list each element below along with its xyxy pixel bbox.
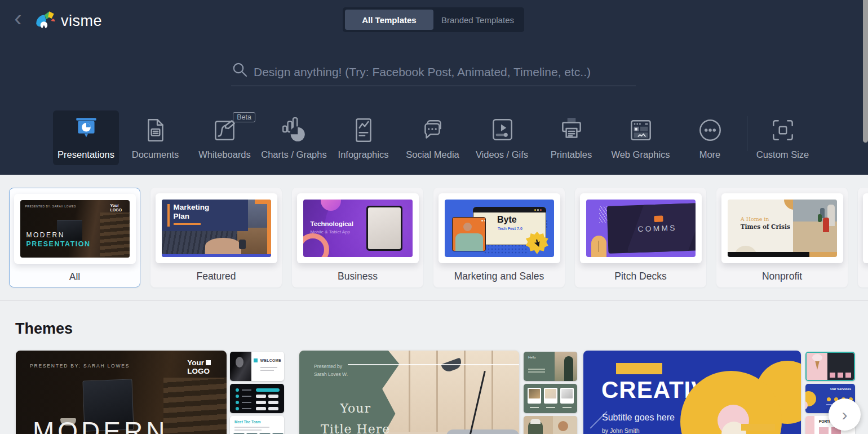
- document-icon: [141, 110, 170, 149]
- category-label: Pitch Decks: [575, 271, 706, 282]
- logo-square-icon: [206, 360, 211, 365]
- tab-branded-templates[interactable]: Branded Templates: [433, 10, 522, 30]
- thumbnail-frame: A Home in Times of Crisis: [721, 193, 843, 263]
- infographic-icon: [349, 110, 378, 149]
- visme-template-picker: ‹ visme All Templates Branded Templates: [0, 0, 868, 434]
- theme-modern-main[interactable]: PRESENTED BY: SARAH LOWES YourLOGO MODER…: [16, 351, 227, 434]
- ellipsis-circle-icon: [696, 110, 724, 149]
- search-input[interactable]: [254, 65, 636, 79]
- category-label: Nonprofit: [716, 271, 848, 282]
- search-bar: [231, 59, 636, 86]
- nav-item-custom-size[interactable]: Custom Size: [750, 110, 816, 165]
- person-card-decor: [452, 217, 486, 251]
- orange-bar: [167, 204, 170, 227]
- category-card-partial[interactable]: [858, 188, 868, 287]
- video-player-icon: [488, 110, 516, 149]
- black-bar: [728, 252, 810, 257]
- yellow-rect-decor: [741, 424, 775, 431]
- category-label: Marketing and Sales: [433, 271, 565, 282]
- theme-interior-slide-gallery[interactable]: [524, 384, 577, 413]
- tablet-decor: [366, 206, 402, 251]
- category-card-marketing-and-sales[interactable]: Byte Tech Fest 7.0 Marketing and Sales: [433, 188, 565, 287]
- theme-modern-slide-agenda[interactable]: [230, 384, 284, 413]
- orange-side-bar: [267, 200, 271, 257]
- thumb-technological: Technological Mobile & Tablet App: [303, 200, 413, 257]
- beta-badge: Beta: [233, 112, 255, 122]
- tan-pill-decor: [591, 236, 606, 257]
- books-decor: [163, 378, 227, 434]
- nav-item-web-graphics[interactable]: Web Graphics: [608, 110, 674, 165]
- search-icon: [232, 62, 248, 80]
- scrollbar-thumb[interactable]: [863, 0, 868, 143]
- back-chevron-icon[interactable]: ‹: [9, 6, 27, 30]
- browser-window-icon: [627, 110, 655, 149]
- orange-corner: [255, 200, 267, 204]
- category-card-pitch-decks[interactable]: COMMS Pitch Decks: [575, 188, 706, 287]
- themes-heading: Themes: [15, 320, 73, 338]
- theme-interior-slide-hello[interactable]: Hello: [524, 352, 577, 381]
- category-card-featured[interactable]: MarketingPlan Featured: [150, 188, 282, 287]
- nav-item-documents[interactable]: Documents: [122, 110, 188, 165]
- yellow-rect-decor: [616, 363, 662, 374]
- section-divider: [0, 300, 868, 301]
- theme-modern-slide-welcome[interactable]: WELCOME: [230, 352, 284, 381]
- theme-interior-main[interactable]: Presented bySarah Loves W. YourTitle Her…: [299, 351, 519, 434]
- nav-item-whiteboards[interactable]: Beta Whiteboards: [192, 110, 258, 165]
- theme-modern-slide-team[interactable]: Meet The Team: [230, 416, 284, 434]
- nav-item-infographics[interactable]: Infographics: [330, 110, 396, 165]
- thumb-comms: COMMS: [586, 200, 696, 257]
- rule-line: [348, 364, 519, 365]
- hand-decor: [205, 238, 241, 254]
- next-arrow-button[interactable]: ›: [829, 398, 861, 431]
- nav-divider: [747, 116, 747, 151]
- thumbnail-frame: COMMS: [580, 193, 702, 263]
- content-type-nav: Presentations Documents Beta: [53, 110, 819, 165]
- category-card-all[interactable]: PRESENTED BY: SARAH LOWES Your LOGO MODE…: [9, 188, 140, 287]
- sofa-decor: [446, 429, 519, 434]
- theme-creative-slide-cover[interactable]: [805, 352, 855, 381]
- bar-pie-chart-icon: [280, 110, 308, 149]
- thumbnail-frame: Technological Mobile & Tablet App: [297, 193, 419, 263]
- thumbnail-frame: MarketingPlan: [156, 193, 277, 263]
- presentation-board-icon: [72, 110, 100, 149]
- thumbnail-frame: [863, 193, 868, 263]
- logo-wordmark: visme: [61, 12, 102, 30]
- tan-bar: [809, 252, 837, 257]
- theme-interior-slide-photo[interactable]: [524, 416, 577, 434]
- theme-creative-main[interactable]: CREATIVE Subtitle goes here by John Smit…: [583, 351, 801, 434]
- category-card-nonprofit[interactable]: A Home in Times of Crisis Nonprofit: [716, 188, 848, 287]
- books-decor: [100, 212, 129, 258]
- tab-all-templates[interactable]: All Templates: [345, 10, 433, 30]
- bottom-strip: [162, 254, 271, 257]
- thumb-home-in-times-of-crisis: A Home in Times of Crisis: [728, 200, 837, 257]
- teal-square-decor: [254, 358, 258, 362]
- category-label: All: [10, 271, 140, 283]
- chat-icon: [654, 216, 663, 223]
- watch-decor: [239, 240, 246, 249]
- printer-icon: [557, 110, 586, 149]
- thumbnail-frame: Byte Tech Fest 7.0: [439, 193, 560, 263]
- subtitle-bar: [174, 223, 201, 225]
- visme-chameleon-icon: [33, 9, 56, 33]
- visme-logo[interactable]: visme: [33, 9, 102, 33]
- nav-item-more[interactable]: More: [677, 110, 743, 165]
- header: ‹ visme All Templates Branded Templates: [0, 0, 868, 175]
- nav-item-videos-gifs[interactable]: Videos / Gifs: [469, 110, 535, 165]
- template-scope-toggle: All Templates Branded Templates: [343, 7, 524, 32]
- category-label: Featured: [150, 271, 282, 282]
- nav-item-charts-graphs[interactable]: Charts / Graphs: [261, 110, 327, 165]
- thumb-marketing-plan: MarketingPlan: [162, 200, 271, 257]
- nav-item-presentations[interactable]: Presentations: [53, 110, 119, 165]
- nav-item-printables[interactable]: Printables: [538, 110, 604, 165]
- thumb-byte: Byte Tech Fest 7.0: [445, 200, 554, 257]
- thumbnail-frame: PRESENTED BY: SARAH LOWES Your LOGO MODE…: [14, 194, 136, 264]
- nav-item-social-media[interactable]: Social Media: [400, 110, 466, 165]
- category-card-business[interactable]: Technological Mobile & Tablet App Busine…: [292, 188, 423, 287]
- thumb-modern-presentation: PRESENTED BY: SARAH LOWES Your LOGO MODE…: [20, 200, 130, 258]
- chevron-right-icon: ›: [842, 405, 848, 424]
- chat-bubbles-icon: [419, 110, 447, 149]
- dark-panel: COMMS: [607, 203, 696, 254]
- category-label: Business: [292, 271, 423, 282]
- crop-frame-icon: [769, 110, 797, 149]
- people-photo-decor: [793, 200, 837, 252]
